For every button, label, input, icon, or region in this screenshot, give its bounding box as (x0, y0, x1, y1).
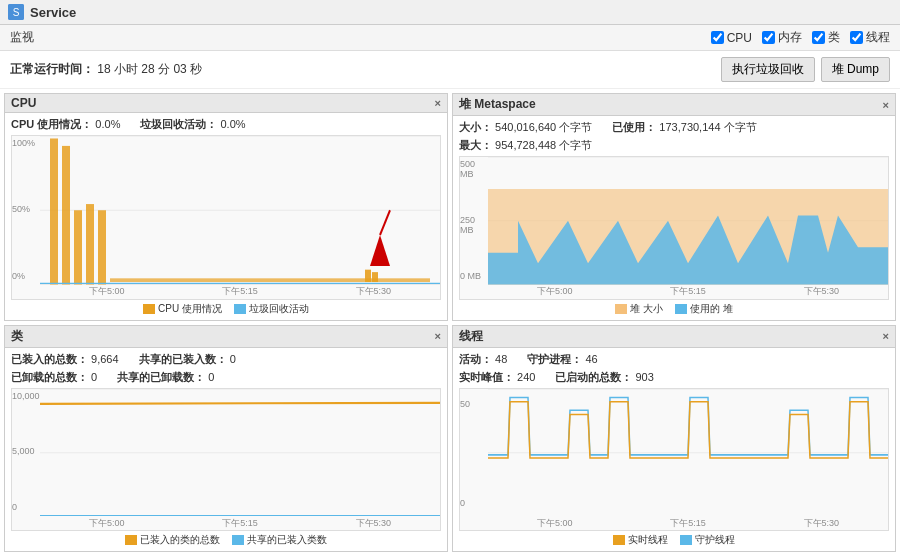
class-legend-shared: 共享的已装入类数 (232, 533, 327, 547)
svg-rect-6 (62, 146, 70, 285)
thread-legend: 实时线程 守护线程 (459, 533, 889, 547)
class-legend-total: 已装入的类的总数 (125, 533, 220, 547)
class-legend: 已装入的类的总数 共享的已装入类数 (11, 533, 441, 547)
thread-x-labels: 下午5:00下午5:15下午5:30 (488, 516, 888, 530)
heap-legend-used: 使用的 堆 (675, 302, 733, 316)
checkbox-cpu[interactable]: CPU (711, 31, 752, 45)
thread-stats: 活动： 48 守护进程： 46 (459, 352, 889, 367)
class-panel-header: 类 × (5, 326, 447, 348)
thread-chart: 500 下午5:00下午5:15下午5:30 (459, 388, 889, 532)
class-stats: 已装入的总数： 9,664 共享的已装入数： 0 (11, 352, 441, 367)
svg-text:S: S (13, 7, 20, 18)
class-loaded-stat: 已装入的总数： 9,664 (11, 352, 119, 367)
class-total-legend-color (125, 535, 137, 545)
class-x-labels: 下午5:00下午5:15下午5:30 (40, 516, 440, 530)
cpu-legend-gc: 垃圾回收活动 (234, 302, 309, 316)
heap-max-stat: 最大： 954,728,448 个字节 (459, 138, 592, 153)
checkbox-class[interactable]: 类 (812, 29, 840, 46)
uptime-label: 正常运行时间： (10, 62, 94, 76)
checkbox-memory[interactable]: 内存 (762, 29, 802, 46)
service-icon: S (8, 4, 24, 20)
heap-close-button[interactable]: × (883, 99, 889, 111)
class-chart-inner (40, 389, 440, 517)
thread-close-button[interactable]: × (883, 330, 889, 342)
thread-active-stat: 活动： 48 (459, 352, 507, 367)
class-panel: 类 × 已装入的总数： 9,664 共享的已装入数： 0 已卸载的总数： 0 (4, 325, 448, 553)
heap-used-stat: 已使用： 173,730,144 个字节 (612, 120, 756, 135)
gc-activity-stat: 垃圾回收活动： 0.0% (140, 117, 245, 132)
uptime-bar: 正常运行时间： 18 小时 28 分 03 秒 执行垃圾回收 堆 Dump (0, 51, 900, 89)
gc-button[interactable]: 执行垃圾回收 (721, 57, 815, 82)
thread-live-legend-color (613, 535, 625, 545)
cpu-close-button[interactable]: × (435, 97, 441, 109)
class-shared-legend-color (232, 535, 244, 545)
heap-legend-size: 堆 大小 (615, 302, 663, 316)
heap-size-stat: 大小： 540,016,640 个字节 (459, 120, 592, 135)
svg-rect-7 (74, 210, 82, 284)
class-stats2: 已卸载的总数： 0 共享的已卸载数： 0 (11, 370, 441, 385)
thread-peak-stat: 实时峰值： 240 (459, 370, 535, 385)
thread-total-stat: 已启动的总数： 903 (555, 370, 653, 385)
title-bar-text: Service (30, 5, 76, 20)
cpu-panel-header: CPU × (5, 94, 447, 113)
heap-used-legend-color (675, 304, 687, 314)
class-panel-content: 已装入的总数： 9,664 共享的已装入数： 0 已卸载的总数： 0 共享的已卸… (5, 348, 447, 552)
class-unloaded-stat: 已卸载的总数： 0 (11, 370, 97, 385)
checkbox-thread[interactable]: 线程 (850, 29, 890, 46)
thread-daemon-stat: 守护进程： 46 (527, 352, 597, 367)
heap-legend: 堆 大小 使用的 堆 (459, 302, 889, 316)
svg-rect-11 (365, 270, 371, 282)
cpu-panel-content: CPU 使用情况： 0.0% 垃圾回收活动： 0.0% 100%50%0% (5, 113, 447, 320)
heap-chart-inner (488, 157, 888, 285)
svg-marker-13 (370, 235, 390, 266)
class-close-button[interactable]: × (435, 330, 441, 342)
cpu-stats: CPU 使用情况： 0.0% 垃圾回收活动： 0.0% (11, 117, 441, 132)
svg-rect-9 (98, 210, 106, 284)
thread-stats2: 实时峰值： 240 已启动的总数： 903 (459, 370, 889, 385)
heap-chart: 500 MB250 MB0 MB 下午5:00下午5:1 (459, 156, 889, 300)
monitor-label: 监视 (10, 29, 34, 46)
thread-legend-daemon: 守护线程 (680, 533, 735, 547)
thread-daemon-legend-color (680, 535, 692, 545)
heap-panel-content: 大小： 540,016,640 个字节 已使用： 173,730,144 个字节… (453, 116, 895, 320)
heap-y-labels: 500 MB250 MB0 MB (460, 157, 488, 283)
thread-panel-header: 线程 × (453, 326, 895, 348)
thread-chart-inner (488, 389, 888, 517)
heap-panel-header: 堆 Metaspace × (453, 94, 895, 116)
cpu-usage-stat: CPU 使用情况： 0.0% (11, 117, 120, 132)
thread-y-labels: 500 (460, 389, 488, 515)
heap-stats: 大小： 540,016,640 个字节 已使用： 173,730,144 个字节 (459, 120, 889, 135)
heap-x-labels: 下午5:00下午5:15下午5:30 (488, 285, 888, 299)
heap-size-legend-color (615, 304, 627, 314)
svg-rect-10 (110, 278, 430, 282)
cpu-legend-color (143, 304, 155, 314)
thread-panel: 线程 × 活动： 48 守护进程： 46 实时峰值： 240 (452, 325, 896, 553)
thread-legend-live: 实时线程 (613, 533, 668, 547)
cpu-legend: CPU 使用情况 垃圾回收活动 (11, 302, 441, 316)
svg-rect-8 (86, 204, 94, 284)
heap-dump-button[interactable]: 堆 Dump (821, 57, 890, 82)
title-bar: S Service (0, 0, 900, 25)
checkbox-group: CPU 内存 类 线程 (711, 29, 890, 46)
svg-rect-12 (372, 272, 378, 282)
class-chart: 10,0005,0000 下午5:00下午5:15下午5 (11, 388, 441, 532)
heap-panel: 堆 Metaspace × 大小： 540,016,640 个字节 已使用： 1… (452, 93, 896, 321)
class-shared-stat: 共享的已装入数： 0 (139, 352, 236, 367)
cpu-y-labels: 100%50%0% (12, 136, 40, 283)
toolbar: 监视 CPU 内存 类 线程 (0, 25, 900, 51)
cpu-panel: CPU × CPU 使用情况： 0.0% 垃圾回收活动： 0.0% 100%50… (4, 93, 448, 321)
cpu-legend-usage: CPU 使用情况 (143, 302, 222, 316)
class-shared-unloaded-stat: 共享的已卸载数： 0 (117, 370, 214, 385)
cpu-chart-inner (40, 136, 440, 285)
svg-line-14 (380, 210, 390, 235)
class-y-labels: 10,0005,0000 (12, 389, 40, 515)
svg-rect-5 (50, 138, 58, 284)
panels-grid: CPU × CPU 使用情况： 0.0% 垃圾回收活动： 0.0% 100%50… (0, 89, 900, 556)
gc-legend-color (234, 304, 246, 314)
cpu-chart: 100%50%0% (11, 135, 441, 300)
thread-panel-content: 活动： 48 守护进程： 46 实时峰值： 240 已启动的总数： 903 (453, 348, 895, 552)
uptime-value: 18 小时 28 分 03 秒 (97, 62, 202, 76)
cpu-x-labels: 下午5:00下午5:15下午5:30 (40, 285, 440, 299)
heap-stats2: 最大： 954,728,448 个字节 (459, 138, 889, 153)
